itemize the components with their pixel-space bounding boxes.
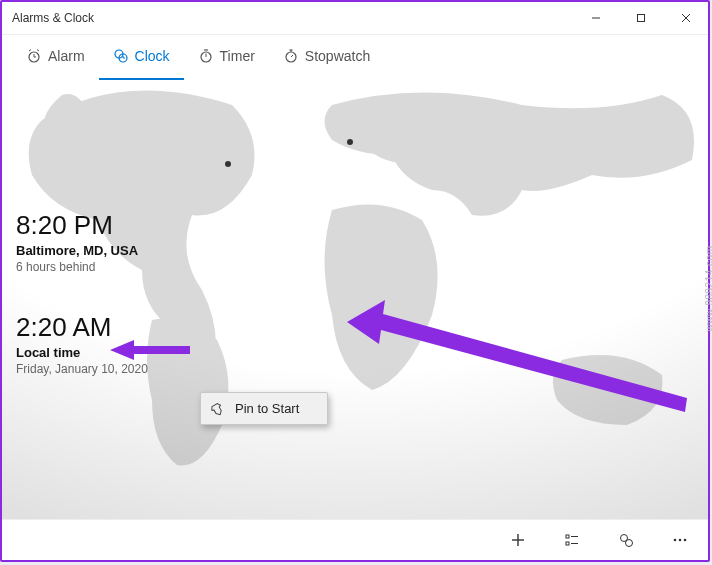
svg-line-7 [29, 50, 31, 52]
convert-time-button[interactable] [614, 528, 638, 552]
window-title: Alarms & Clock [12, 11, 94, 25]
tab-label: Clock [135, 48, 170, 64]
svg-point-34 [626, 540, 633, 547]
svg-line-17 [291, 55, 293, 57]
svg-line-8 [37, 50, 39, 52]
annotation-arrow-left [110, 340, 190, 360]
clock-location: Baltimore, MD, USA [16, 243, 138, 258]
list-select-icon [564, 532, 580, 548]
svg-rect-29 [566, 535, 569, 538]
clock-entry-baltimore[interactable]: 8:20 PM Baltimore, MD, USA 6 hours behin… [16, 210, 138, 274]
clock-time: 2:20 AM [16, 312, 148, 343]
maximize-button[interactable] [618, 2, 663, 34]
svg-point-35 [674, 539, 677, 542]
maximize-icon [636, 13, 646, 23]
svg-point-36 [679, 539, 682, 542]
timer-icon [198, 48, 214, 64]
tab-timer[interactable]: Timer [184, 34, 269, 80]
clock-offset: 6 hours behind [16, 260, 138, 274]
annotation-border: Alarms & Clock Alarm Clock [0, 0, 710, 562]
context-menu: Pin to Start [200, 392, 328, 425]
pin-icon [211, 402, 225, 416]
svg-marker-25 [110, 340, 190, 360]
minimize-button[interactable] [573, 2, 618, 34]
plus-icon [510, 532, 526, 548]
more-button[interactable] [668, 528, 692, 552]
command-bar [2, 519, 708, 560]
content-area: 8:20 PM Baltimore, MD, USA 6 hours behin… [2, 80, 708, 520]
svg-point-37 [684, 539, 687, 542]
edit-clocks-button[interactable] [560, 528, 584, 552]
svg-point-23 [225, 161, 231, 167]
titlebar: Alarms & Clock [2, 2, 708, 35]
tab-stopwatch[interactable]: Stopwatch [269, 34, 384, 80]
stopwatch-icon [283, 48, 299, 64]
alarm-icon [26, 48, 42, 64]
clock-time: 8:20 PM [16, 210, 138, 241]
svg-rect-1 [637, 15, 644, 22]
svg-rect-31 [566, 542, 569, 545]
convert-icon [618, 532, 634, 548]
svg-point-24 [347, 139, 353, 145]
close-icon [681, 13, 691, 23]
context-menu-item-pin[interactable]: Pin to Start [235, 401, 299, 416]
tab-label: Alarm [48, 48, 85, 64]
tab-alarm[interactable]: Alarm [12, 34, 99, 80]
world-clock-icon [113, 48, 129, 64]
tab-label: Timer [220, 48, 255, 64]
app-window: Alarms & Clock Alarm Clock [2, 2, 708, 560]
ellipsis-icon [672, 532, 688, 548]
annotation-arrow-right [347, 300, 687, 420]
add-clock-button[interactable] [506, 528, 530, 552]
tab-bar: Alarm Clock Timer Stopwatch [2, 35, 708, 79]
clock-date: Friday, January 10, 2020 [16, 362, 148, 376]
tab-label: Stopwatch [305, 48, 370, 64]
tab-clock[interactable]: Clock [99, 34, 184, 80]
svg-marker-26 [347, 300, 687, 412]
close-button[interactable] [663, 2, 708, 34]
minimize-icon [591, 13, 601, 23]
